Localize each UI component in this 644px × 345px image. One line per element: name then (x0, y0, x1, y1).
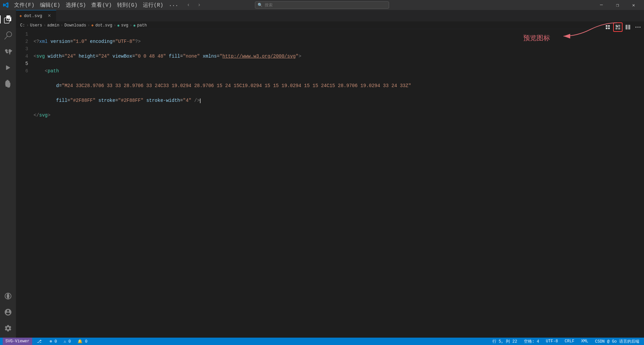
bc-downloads[interactable]: Downloads (64, 23, 86, 28)
nav-arrows: ‹ › (184, 1, 204, 9)
nav-back[interactable]: ‹ (184, 1, 193, 9)
bc-path-tag[interactable]: ◉path (133, 23, 147, 28)
window-controls: ─ ❐ ✕ (594, 0, 641, 10)
line-col-label: 行 5, 列 22 (492, 339, 517, 344)
language-label: XML (581, 339, 588, 344)
line-num-5: 5 (16, 60, 28, 67)
preview-icon[interactable] (613, 22, 623, 32)
line-num-1: 1 (16, 30, 28, 38)
minimize-button[interactable]: ─ (594, 0, 609, 10)
spaces-label: 空格: 4 (524, 339, 539, 344)
code-editor: 1 2 3 4 5 6 <?xml version="1.0" encoding… (16, 29, 644, 338)
menu-select[interactable]: 选择(S) (63, 0, 89, 10)
line-num-2: 2 (16, 38, 28, 45)
editor-area: ◈ dot.svg × (16, 10, 644, 338)
status-warnings[interactable]: ⚠ 0 (62, 338, 73, 345)
code-line-1: <?xml version="1.0" encoding="UTF-8"?> (34, 38, 644, 45)
tab-close-button[interactable]: × (46, 13, 53, 19)
menu-edit[interactable]: 编辑(E) (37, 0, 63, 10)
status-right: 行 5, 列 22 空格: 4 UTF-8 CRLF XML CSDN @ Go… (490, 338, 641, 345)
status-line-ending[interactable]: CRLF (563, 338, 577, 345)
bc-file[interactable]: ◈dot.svg (91, 23, 112, 28)
app: ◈ dot.svg × (0, 10, 644, 338)
status-errors[interactable]: ⊗ 0 (48, 338, 59, 345)
code-content[interactable]: <?xml version="1.0" encoding="UTF-8"?> <… (32, 30, 644, 338)
svg-rect-1 (616, 26, 618, 27)
activity-extensions[interactable] (0, 76, 16, 92)
vscode-icon (3, 2, 9, 8)
close-button[interactable]: ✕ (626, 0, 641, 10)
line-num-3: 3 (16, 45, 28, 53)
svg-point-4 (640, 27, 641, 28)
annotation-label: 预览图标 (523, 33, 550, 43)
more-actions-icon[interactable] (633, 22, 643, 32)
status-notifications[interactable]: 🔔 0 (75, 338, 89, 345)
status-branch[interactable]: ⎇ (35, 338, 45, 345)
line-num-6: 6 (16, 67, 28, 75)
menu-more[interactable]: ... (166, 0, 181, 10)
menu-goto[interactable]: 转到(G) (114, 0, 140, 10)
status-left: SVG-Viewer ⎇ ⊗ 0 ⚠ 0 🔔 0 (3, 338, 90, 345)
code-line-3: <path (34, 67, 644, 75)
status-line-col[interactable]: 行 5, 列 22 (490, 338, 519, 345)
status-spaces[interactable]: 空格: 4 (522, 338, 541, 345)
encoding-label: UTF-8 (546, 339, 558, 344)
bc-svg-tag[interactable]: ◉svg (117, 23, 128, 28)
title-bar: 文件(F) 编辑(E) 选择(S) 查看(V) 转到(G) 运行(R) ... … (0, 0, 644, 10)
svg-point-2 (636, 27, 637, 28)
activity-account[interactable] (0, 304, 16, 320)
search-icon: 🔍 (258, 3, 263, 8)
activity-bar (0, 10, 16, 338)
bc-users[interactable]: Users (30, 23, 42, 28)
csdn-label: CSDN @ Go 语言的后端 (595, 339, 639, 344)
editor-actions (602, 22, 644, 32)
activity-scm[interactable] (0, 44, 16, 60)
line-ending-label: CRLF (565, 339, 575, 344)
code-line-4: d="M24 33C28.9706 33 33 28.9706 33 24C33… (34, 82, 644, 89)
search-bar: 🔍 (255, 1, 389, 9)
branch-icon: ⎇ (37, 339, 42, 344)
activity-remote[interactable] (0, 288, 16, 304)
breadcrumb: C: › Users › admin › Downloads › ◈dot.sv… (16, 22, 644, 29)
activity-settings[interactable] (0, 320, 16, 336)
bc-admin[interactable]: admin (47, 23, 59, 28)
tab-file-icon: ◈ (19, 13, 22, 18)
open-editors-icon[interactable] (603, 22, 612, 32)
line-num-4: 4 (16, 53, 28, 60)
activity-run[interactable] (0, 60, 16, 76)
split-editor-icon[interactable] (623, 22, 633, 32)
line-numbers: 1 2 3 4 5 6 (16, 30, 32, 338)
menu-bar: 文件(F) 编辑(E) 选择(S) 查看(V) 转到(G) 运行(R) ... (11, 0, 181, 10)
status-language[interactable]: XML (579, 338, 590, 345)
status-bar: SVG-Viewer ⎇ ⊗ 0 ⚠ 0 🔔 0 行 5, 列 22 空格: 4… (0, 338, 644, 345)
svg-viewer-label: SVG-Viewer (5, 339, 30, 344)
tab-bar: ◈ dot.svg × (16, 10, 644, 22)
tab-dot-svg[interactable]: ◈ dot.svg × (16, 10, 56, 21)
code-line-5: fill="#2F88FF" stroke="#2F88FF" stroke-w… (34, 97, 644, 104)
code-line-6: </svg> (34, 112, 644, 119)
warnings-label: ⚠ 0 (64, 339, 71, 344)
nav-forward[interactable]: › (195, 1, 204, 9)
bc-drive[interactable]: C: (20, 23, 25, 28)
activity-explorer[interactable] (0, 11, 16, 27)
notifications-label: 🔔 0 (77, 339, 87, 344)
tab-filename: dot.svg (24, 13, 44, 18)
menu-file[interactable]: 文件(F) (11, 0, 37, 10)
menu-view[interactable]: 查看(V) (89, 0, 114, 10)
maximize-button[interactable]: ❐ (610, 0, 625, 10)
code-line-2: <svg width="24" height="24" viewBox="0 0… (34, 53, 644, 60)
svg-point-3 (638, 27, 639, 28)
status-encoding[interactable]: UTF-8 (544, 338, 560, 345)
menu-run[interactable]: 运行(R) (140, 0, 166, 10)
status-csdn[interactable]: CSDN @ Go 语言的后端 (593, 338, 641, 345)
status-svg-viewer[interactable]: SVG-Viewer (3, 338, 32, 345)
search-input[interactable] (255, 1, 389, 9)
activity-search[interactable] (0, 27, 16, 44)
errors-label: ⊗ 0 (50, 339, 57, 344)
